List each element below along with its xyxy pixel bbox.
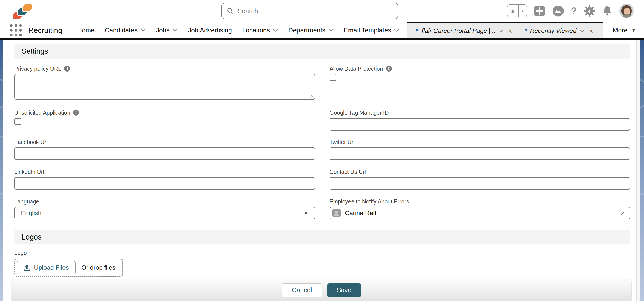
user-avatar[interactable] [620, 4, 634, 18]
facebook-url-input[interactable] [14, 147, 315, 160]
employee-lookup-field[interactable]: Carina Raft × [330, 207, 630, 220]
field-label: Twitter Url [330, 138, 630, 146]
tab-locations[interactable]: Locations [242, 26, 278, 34]
upload-icon [23, 264, 30, 271]
chevron-down-icon [273, 28, 278, 32]
tab-email-templates[interactable]: Email Templates [344, 26, 399, 34]
info-icon[interactable] [73, 110, 79, 116]
avatar-shoulders [622, 14, 632, 18]
field-label: Privacy policy URL [14, 65, 315, 72]
tab-jobs[interactable]: Jobs [156, 26, 178, 34]
tab-more[interactable]: More ▼ [613, 22, 636, 38]
caret-down-icon: ▼ [304, 210, 308, 216]
google-tag-manager-id-input[interactable] [330, 118, 630, 130]
unsolicited-application-checkbox[interactable] [14, 118, 21, 125]
chevron-down-icon[interactable] [580, 29, 585, 32]
scrollbar-track[interactable] [636, 40, 640, 301]
career-portal-settings-page: Settings Privacy policy URL [3, 40, 640, 292]
language-select[interactable]: English ▼ [14, 207, 315, 220]
close-icon[interactable]: × [588, 27, 594, 35]
tab-job-advertising[interactable]: Job Advertising [188, 26, 232, 34]
employee-avatar-icon [332, 209, 340, 217]
cancel-button[interactable]: Cancel [282, 283, 322, 297]
employee-name: Carina Raft [345, 210, 616, 217]
tab-departments[interactable]: Departments [288, 26, 334, 34]
help-button[interactable]: ? [571, 5, 577, 16]
header-actions: ★ ▼ ? [507, 0, 634, 22]
field-linkedin-url: LinkedIn Url [14, 168, 315, 190]
chevron-down-icon [141, 28, 146, 32]
upload-files-button[interactable]: Upload Files [16, 261, 76, 274]
tab-flair-career-portal-page[interactable]: * flair Career Portal Page |... × [410, 23, 519, 38]
field-allow-data-protection: Allow Data Protection [330, 65, 630, 100]
twitter-url-input[interactable] [330, 147, 630, 160]
global-search[interactable] [222, 3, 398, 19]
field-language: Language English ▼ [14, 198, 315, 220]
trailhead-icon [552, 5, 564, 17]
allow-data-protection-checkbox[interactable] [330, 74, 336, 81]
favorites-dropdown-icon[interactable]: ▼ [518, 5, 526, 17]
field-label: LinkedIn Url [14, 168, 315, 176]
app-nav-bar: Recruiting Home Candidates Jobs Job Adve… [0, 22, 644, 38]
save-button[interactable]: Save [327, 283, 361, 297]
global-actions-button[interactable] [534, 5, 546, 17]
settings-section-title: Settings [22, 47, 48, 56]
field-google-tag-manager-id: Google Tag Manager ID [330, 109, 630, 130]
tab-home[interactable]: Home [77, 26, 94, 34]
field-label: Language [14, 198, 315, 205]
chevron-down-icon [394, 28, 399, 32]
global-header: ★ ▼ ? [0, 0, 644, 22]
linkedin-url-input[interactable] [14, 177, 315, 190]
contact-us-url-input[interactable] [330, 177, 630, 190]
field-employee-to-notify: Employee to Notify About Errors Carina [330, 198, 630, 220]
field-unsolicited-application: Unsolicited Application [14, 109, 315, 130]
resize-grip-icon[interactable] [309, 94, 313, 98]
logos-section-title: Logos [22, 233, 42, 241]
nav-tabs: Home Candidates Jobs Job Advertising Loc… [77, 22, 399, 38]
notifications-button[interactable] [602, 6, 613, 16]
tab-recently-viewed[interactable]: * Recently Viewed × [519, 23, 600, 38]
field-privacy-policy-url: Privacy policy URL [14, 65, 315, 100]
tab-candidates[interactable]: Candidates [105, 26, 146, 34]
chevron-down-icon [173, 28, 178, 32]
favorites-star-icon[interactable]: ★ [507, 5, 518, 17]
guidance-center-button[interactable] [552, 5, 564, 17]
main-content: Settings Privacy policy URL [3, 40, 640, 301]
desktop-wallpaper-left [0, 40, 3, 301]
flair-logo-icon [11, 4, 34, 19]
unsaved-indicator: * [416, 27, 418, 34]
field-label: Facebook Url [14, 138, 315, 146]
remove-employee-icon[interactable]: × [620, 210, 625, 217]
setup-button[interactable] [584, 5, 595, 17]
field-facebook-url: Facebook Url [14, 138, 315, 160]
chevron-down-icon [328, 28, 334, 32]
flair-logo [11, 4, 34, 20]
content-row: Settings Privacy policy URL [0, 40, 644, 301]
info-icon[interactable] [64, 66, 70, 72]
temporary-tabs-group: * flair Career Portal Page |... × * Rece… [407, 22, 603, 38]
logo-dropzone[interactable]: Upload Files Or drop files [14, 259, 123, 276]
plus-icon [534, 5, 546, 17]
gear-icon [584, 5, 595, 17]
field-twitter-url: Twitter Url [330, 138, 630, 160]
search-icon [227, 8, 234, 14]
form-action-bar: Cancel Save [11, 279, 632, 301]
unsaved-indicator: * [524, 27, 526, 34]
field-label: Unsolicited Application [14, 109, 315, 116]
field-contact-us-url: Contact Us Url [330, 168, 630, 190]
favorites-combo-button[interactable]: ★ ▼ [507, 4, 527, 18]
settings-section-header: Settings [14, 44, 630, 58]
privacy-policy-url-textarea[interactable] [14, 74, 315, 100]
info-icon[interactable] [386, 66, 392, 72]
desktop-wallpaper-right [640, 40, 644, 301]
field-label: Allow Data Protection [330, 65, 630, 72]
app-launcher-icon[interactable] [10, 24, 22, 36]
logo-field-label: Logo [14, 250, 630, 257]
help-icon: ? [571, 5, 577, 16]
caret-down-icon: ▼ [632, 28, 636, 33]
search-input[interactable] [238, 8, 393, 15]
app-name: Recruiting [28, 26, 62, 35]
close-icon[interactable]: × [507, 27, 514, 35]
nav-divider [0, 38, 644, 40]
chevron-down-icon[interactable] [499, 29, 504, 32]
